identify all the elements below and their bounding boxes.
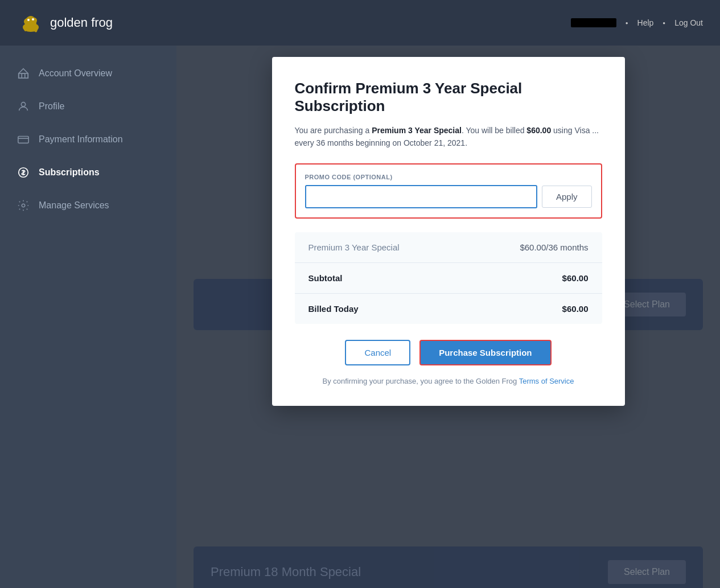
summary-row-line-item: Premium 3 Year Special $60.00/36 months: [295, 232, 602, 262]
user-icon: [17, 100, 30, 113]
header-right: ● Help ● Log Out: [571, 18, 703, 27]
terms-of-service-link[interactable]: Terms of Service: [519, 377, 574, 385]
modal-amount: $60.00: [526, 126, 551, 135]
summary-subtotal-value: $60.00: [562, 273, 589, 283]
summary-billed-today-label: Billed Today: [308, 304, 359, 314]
dot-2: ●: [663, 20, 665, 26]
svg-point-7: [32, 18, 34, 20]
modal-actions: Cancel Purchase Subscription: [295, 340, 602, 365]
promo-section: PROMO CODE (OPTIONAL) Apply: [295, 163, 602, 219]
help-link[interactable]: Help: [637, 18, 654, 27]
modal-description: You are purchasing a Premium 3 Year Spec…: [295, 124, 602, 150]
sidebar-item-payment[interactable]: Payment Information: [0, 123, 176, 156]
terms-prefix: By confirming your purchase, you agree t…: [323, 377, 519, 385]
svg-point-6: [27, 19, 30, 21]
main-content: Select Plan Premium 18 Month Special Sel…: [176, 46, 720, 588]
summary-subtotal-label: Subtotal: [308, 273, 343, 283]
promo-apply-button[interactable]: Apply: [542, 186, 592, 208]
credit-card-icon: [17, 133, 30, 146]
summary-row-subtotal: Subtotal $60.00: [295, 262, 602, 293]
sidebar-label-account-overview: Account Overview: [39, 68, 112, 79]
sidebar-item-account-overview[interactable]: Account Overview: [0, 57, 176, 90]
logo-text: golden frog: [50, 15, 113, 30]
header: golden frog ● Help ● Log Out: [0, 0, 720, 46]
sidebar-item-profile[interactable]: Profile: [0, 90, 176, 123]
summary-billed-today-value: $60.00: [562, 304, 589, 314]
sidebar: Account Overview Profile Payment Informa…: [0, 46, 176, 588]
svg-point-9: [21, 102, 25, 106]
promo-code-input[interactable]: [305, 185, 537, 208]
summary-row-billed-today: Billed Today $60.00: [295, 293, 602, 324]
sidebar-item-manage-services[interactable]: Manage Services: [0, 189, 176, 222]
sidebar-label-payment: Payment Information: [39, 134, 123, 145]
svg-point-5: [25, 16, 36, 30]
svg-point-13: [22, 204, 25, 207]
promo-label: PROMO CODE (OPTIONAL): [305, 174, 592, 180]
modal-desc-prefix: You are purchasing a: [295, 126, 372, 135]
modal-plan-name: Premium 3 Year Special: [372, 126, 462, 135]
cancel-button[interactable]: Cancel: [345, 340, 410, 365]
modal: Confirm Premium 3 Year Special Subscript…: [272, 57, 625, 406]
modal-overlay: Confirm Premium 3 Year Special Subscript…: [176, 46, 720, 588]
dot-1: ●: [626, 20, 628, 26]
dollar-icon: [17, 166, 30, 179]
summary-line-item-value: $60.00/36 months: [520, 242, 588, 252]
logout-link[interactable]: Log Out: [674, 18, 703, 27]
promo-input-row: Apply: [305, 185, 592, 208]
purchase-subscription-button[interactable]: Purchase Subscription: [419, 340, 551, 365]
golden-frog-logo-icon: [17, 11, 44, 34]
modal-desc-mid: . You will be billed: [462, 126, 526, 135]
sidebar-label-profile: Profile: [39, 101, 64, 112]
gear-icon: [17, 199, 30, 212]
sidebar-item-subscriptions[interactable]: Subscriptions: [0, 156, 176, 189]
terms-text: By confirming your purchase, you agree t…: [295, 377, 602, 385]
logo: golden frog: [17, 11, 113, 34]
summary-table: Premium 3 Year Special $60.00/36 months …: [295, 232, 602, 324]
sidebar-label-subscriptions: Subscriptions: [39, 167, 100, 178]
home-icon: [17, 67, 30, 80]
svg-rect-8: [19, 73, 28, 78]
sidebar-label-manage-services: Manage Services: [39, 200, 109, 211]
username-display: [571, 18, 616, 27]
modal-title: Confirm Premium 3 Year Special Subscript…: [295, 80, 602, 115]
layout: Account Overview Profile Payment Informa…: [0, 46, 720, 588]
summary-line-item-label: Premium 3 Year Special: [308, 242, 400, 252]
svg-rect-10: [18, 137, 28, 143]
